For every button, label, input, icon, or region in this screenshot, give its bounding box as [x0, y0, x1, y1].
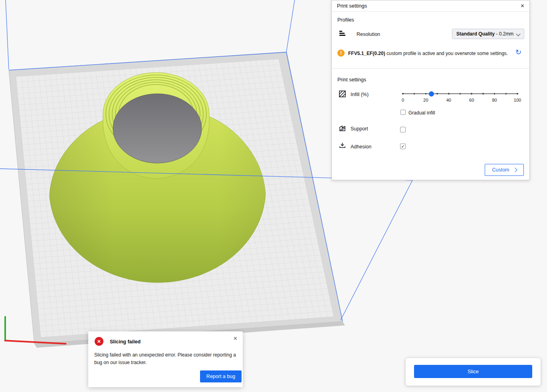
slider-tick-dot [425, 93, 427, 95]
panel-title: Print settings [337, 3, 367, 9]
warning-icon: ! [337, 49, 345, 57]
profile-warning-rest: custom profile is active and you overwro… [385, 51, 508, 56]
slicing-failed-toast: × Slicing failed × Slicing failed with a… [88, 331, 243, 387]
slider-tick-label: 80 [492, 98, 497, 102]
gradual-infill-checkbox[interactable] [400, 110, 406, 115]
panel-header: Print settings × [332, 0, 529, 12]
resolution-icon [339, 30, 346, 38]
custom-settings-button[interactable]: Custom [485, 164, 524, 176]
toast-message: Slicing failed with an unexpected error.… [94, 351, 236, 366]
infill-slider-ticks: 020406080100 [403, 98, 517, 103]
profile-name: FFV5.1_EF(0.20) [348, 51, 385, 56]
resolution-dropdown-value: Standard Quality - 0.2mm [456, 31, 513, 37]
resolution-value-suffix: - 0.2mm [495, 31, 513, 37]
slider-tick-label: 60 [469, 98, 474, 102]
profile-warning-text: FFV5.1_EF(0.20) custom profile is active… [348, 51, 510, 56]
slice-action-panel: Slice [406, 358, 541, 386]
model-opening [113, 94, 202, 163]
slider-tick-label: 20 [423, 98, 428, 102]
section-divider [332, 68, 529, 69]
error-icon: × [95, 337, 103, 346]
resolution-value-bold: Standard Quality [456, 31, 495, 37]
custom-button-label: Custom [492, 167, 509, 173]
slider-tick-dot [448, 93, 450, 95]
toast-close-icon[interactable]: × [234, 335, 237, 342]
support-checkbox[interactable] [400, 127, 406, 132]
slider-tick-label: 100 [514, 98, 521, 102]
adhesion-icon [339, 142, 346, 151]
slider-tick-dot [414, 93, 415, 95]
infill-slider-handle[interactable] [429, 91, 434, 97]
resolution-label: Resolution [357, 32, 380, 37]
slider-tick-dot [494, 93, 495, 95]
infill-icon [339, 90, 346, 99]
profiles-heading: Profiles [337, 17, 354, 23]
infill-slider[interactable] [403, 91, 517, 97]
print-settings-panel: Print settings × Profiles Resolution Sta… [331, 0, 530, 180]
close-icon[interactable]: × [521, 3, 524, 9]
slice-button[interactable]: Slice [414, 365, 532, 378]
support-icon [339, 124, 346, 134]
gradual-infill-label: Gradual infill [408, 110, 435, 116]
reset-profile-icon[interactable]: ↺ [515, 48, 521, 57]
report-a-bug-button[interactable]: Report a bug [200, 370, 242, 382]
print-settings-heading: Print settings [337, 77, 366, 83]
slider-tick-dot [505, 93, 507, 95]
resolution-dropdown[interactable]: Standard Quality - 0.2mm [452, 29, 524, 39]
slider-tick-dot [460, 93, 461, 95]
chevron-right-icon [513, 167, 517, 172]
slider-tick-dot [517, 93, 518, 95]
slider-tick-dot [436, 93, 438, 95]
infill-label: Infill (%) [351, 92, 369, 97]
toast-title: Slicing failed [110, 339, 141, 345]
slider-tick-label: 40 [446, 98, 451, 102]
adhesion-label: Adhesion [351, 144, 371, 150]
slider-tick-dot [471, 93, 472, 95]
adhesion-checkbox[interactable]: ✓ [400, 144, 406, 149]
slider-tick-dot [402, 93, 404, 95]
slider-tick-label: 0 [402, 98, 404, 102]
slider-tick-dot [482, 93, 484, 95]
chevron-down-icon [516, 32, 520, 36]
support-label: Support [351, 126, 368, 132]
